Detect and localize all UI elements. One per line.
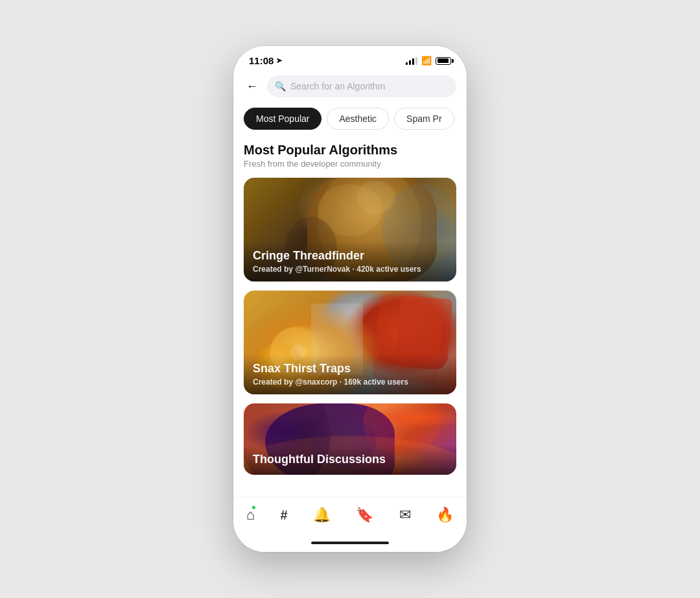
card1-creator: @TurnerNovak	[295, 265, 350, 274]
card2-users: 169k active users	[344, 377, 408, 387]
home-indicator	[233, 531, 467, 552]
battery-icon	[436, 57, 451, 65]
search-bar-row: ← 🔍 Search for an Algorithm	[233, 71, 467, 104]
card2-creator: @snaxcorp	[295, 377, 337, 387]
location-icon: ➤	[276, 56, 282, 65]
algo-card-snax-thirst-traps[interactable]: Snax Thirst Traps Created by @snaxcorp ·…	[244, 291, 456, 394]
section-subtitle: Fresh from the developer community	[244, 159, 456, 169]
explore-icon: #	[280, 508, 287, 523]
wifi-icon: 📶	[421, 56, 432, 66]
search-input[interactable]: Search for an Algorithm	[267, 75, 456, 97]
back-button[interactable]: ←	[244, 77, 261, 96]
status-bar: 11:08 ➤ 📶	[233, 46, 467, 71]
section-title: Most Popular Algorithms	[244, 143, 456, 158]
card2-title: Snax Thirst Traps	[253, 362, 447, 376]
bell-icon: 🔔	[313, 507, 331, 523]
status-icons: 📶	[406, 56, 451, 66]
card1-meta: Created by @TurnerNovak · 420k active us…	[253, 265, 447, 274]
phone-shell: 11:08 ➤ 📶 ← 🔍 Search for an Algorithm Mo…	[233, 46, 467, 552]
algo-card-thoughtful-discussions[interactable]: Thoughtful Discussions	[244, 403, 456, 475]
svg-point-4	[356, 181, 395, 213]
card1-users: 420k active users	[356, 265, 421, 274]
card1-overlay: Cringe Threadfinder Created by @TurnerNo…	[244, 241, 456, 281]
tab-aesthetic[interactable]: Aesthetic	[327, 108, 389, 130]
card3-title: Thoughtful Discussions	[253, 453, 447, 467]
nav-home[interactable]: ⌂	[241, 504, 260, 526]
home-indicator-bar	[311, 542, 389, 544]
card1-title: Cringe Threadfinder	[253, 249, 447, 263]
card2-overlay: Snax Thirst Traps Created by @snaxcorp ·…	[244, 354, 456, 394]
search-wrapper: 🔍 Search for an Algorithm	[267, 75, 456, 97]
content-area: Most Popular Algorithms Fresh from the d…	[233, 138, 467, 497]
card2-meta: Created by @snaxcorp · 169k active users	[253, 377, 447, 387]
fire-icon: 🔥	[436, 507, 454, 523]
nav-explore[interactable]: #	[275, 505, 292, 525]
card3-overlay: Thoughtful Discussions	[244, 445, 456, 475]
bookmark-icon: 🔖	[356, 507, 373, 523]
algo-card-cringe-threadfinder[interactable]: Cringe Threadfinder Created by @TurnerNo…	[244, 178, 456, 281]
search-icon: 🔍	[275, 81, 286, 91]
mail-icon: ✉	[399, 507, 411, 523]
tabs-row: Most Popular Aesthetic Spam Pr	[233, 104, 467, 138]
tab-spam-pr[interactable]: Spam Pr	[394, 108, 454, 130]
nav-messages[interactable]: ✉	[394, 504, 416, 526]
section-header: Most Popular Algorithms Fresh from the d…	[244, 143, 456, 169]
signal-icon	[406, 57, 417, 65]
home-dot	[251, 505, 256, 510]
nav-notifications[interactable]: 🔔	[308, 504, 336, 526]
nav-bookmarks[interactable]: 🔖	[351, 504, 379, 526]
nav-trending[interactable]: 🔥	[431, 504, 459, 526]
time-display: 11:08	[249, 55, 274, 66]
bottom-nav: ⌂ # 🔔 🔖 ✉ 🔥	[233, 497, 467, 531]
status-time: 11:08 ➤	[249, 55, 282, 66]
tab-most-popular[interactable]: Most Popular	[244, 108, 321, 130]
